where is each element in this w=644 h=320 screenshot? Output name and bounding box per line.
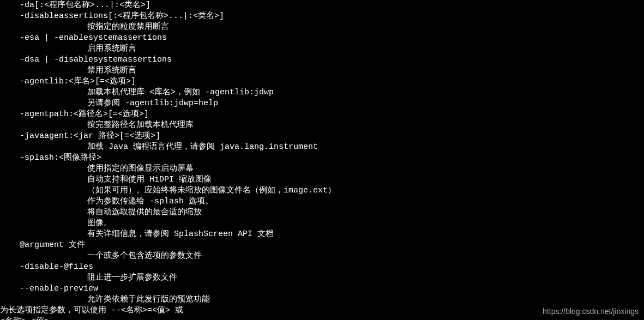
terminal-line: 禁用系统断言: [0, 65, 644, 76]
terminal-line: -disableassertions[:<程序包名称>...|:<类名>]: [0, 11, 644, 22]
terminal-line: 启用系统断言: [0, 44, 644, 55]
terminal-line: -esa | -enablesystemassertions: [0, 33, 644, 44]
watermark-text: https://blog.csdn.net/jinxings: [543, 306, 639, 317]
terminal-line: <名称> <值>。: [0, 316, 644, 320]
terminal-line: 使用指定的图像显示启动屏幕: [0, 164, 644, 174]
terminal-line: 加载本机代理库 <库名>，例如 -agentlib:jdwp: [0, 87, 644, 98]
terminal-line: -da[:<程序包名称>...|:<类名>]: [0, 0, 644, 11]
terminal-line: 阻止进一步扩展参数文件: [0, 273, 644, 283]
terminal-line: 允许类依赖于此发行版的预览功能: [0, 294, 644, 305]
terminal-line: --enable-preview: [0, 283, 644, 294]
terminal-line: 另请参阅 -agentlib:jdwp=help: [0, 98, 644, 109]
terminal-line: -agentpath:<路径名>[=<选项>]: [0, 109, 644, 120]
terminal-line: 按指定的粒度禁用断言: [0, 22, 644, 33]
terminal-line: 一个或多个包含选项的参数文件: [0, 251, 644, 262]
terminal-line: -javaagent:<jar 路径>[=<选项>]: [0, 131, 644, 142]
terminal-line: （如果可用）。应始终将未缩放的图像文件名（例如，image.ext）: [0, 185, 644, 196]
terminal-line: 自动支持和使用 HiDPI 缩放图像: [0, 174, 644, 185]
terminal-line: 图像。: [0, 218, 644, 229]
terminal-line: 作为参数传递给 -splash 选项。: [0, 196, 644, 207]
terminal-line: @argument 文件: [0, 240, 644, 251]
terminal-line: 按完整路径名加载本机代理库: [0, 120, 644, 131]
terminal-line: -disable-@files: [0, 262, 644, 273]
terminal-line: -dsa | -disablesystemassertions: [0, 55, 644, 65]
terminal-output: -da[:<程序包名称>...|:<类名>] -disableassertion…: [0, 0, 644, 320]
terminal-line: -splash:<图像路径>: [0, 153, 644, 164]
terminal-line: 加载 Java 编程语言代理，请参阅 java.lang.instrument: [0, 142, 644, 153]
terminal-line: -agentlib:<库名>[=<选项>]: [0, 76, 644, 87]
terminal-line: 有关详细信息，请参阅 SplashScreen API 文档: [0, 229, 644, 240]
terminal-line: 将自动选取提供的最合适的缩放: [0, 207, 644, 218]
